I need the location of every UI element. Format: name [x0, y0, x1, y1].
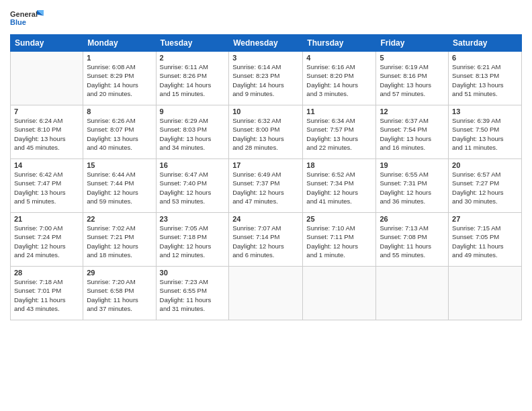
svg-text:General: General — [10, 10, 38, 18]
day-info: Sunrise: 6:32 AMSunset: 8:00 PMDaylight:… — [232, 116, 299, 152]
day-number: 25 — [306, 215, 372, 223]
day-info: Sunrise: 6:29 AMSunset: 8:03 PMDaylight:… — [160, 116, 226, 152]
day-number: 20 — [452, 161, 518, 169]
day-number: 1 — [87, 54, 152, 62]
calendar-cell — [229, 267, 303, 320]
day-info: Sunrise: 7:15 AMSunset: 7:05 PMDaylight:… — [452, 224, 518, 259]
calendar-cell: 7Sunrise: 6:24 AMSunset: 8:10 PMDaylight… — [11, 105, 83, 159]
calendar-cell: 23Sunrise: 7:05 AMSunset: 7:18 PMDayligh… — [156, 213, 229, 267]
day-info: Sunrise: 7:07 AMSunset: 7:14 PMDaylight:… — [232, 224, 299, 259]
day-info: Sunrise: 6:14 AMSunset: 8:23 PMDaylight:… — [232, 62, 299, 98]
day-number: 4 — [306, 54, 372, 62]
calendar-cell: 17Sunrise: 6:49 AMSunset: 7:37 PMDayligh… — [229, 159, 303, 213]
calendar-cell — [376, 267, 449, 320]
day-info: Sunrise: 6:49 AMSunset: 7:37 PMDaylight:… — [232, 170, 299, 205]
calendar-cell: 9Sunrise: 6:29 AMSunset: 8:03 PMDaylight… — [156, 105, 229, 159]
calendar-cell: 30Sunrise: 7:23 AMSunset: 6:55 PMDayligh… — [156, 267, 229, 320]
day-number: 29 — [87, 269, 152, 277]
calendar-cell: 12Sunrise: 6:37 AMSunset: 7:54 PMDayligh… — [376, 105, 449, 159]
calendar-cell: 2Sunrise: 6:11 AMSunset: 8:26 PMDaylight… — [156, 52, 229, 105]
day-info: Sunrise: 6:42 AMSunset: 7:47 PMDaylight:… — [14, 170, 79, 205]
day-info: Sunrise: 6:19 AMSunset: 8:16 PMDaylight:… — [380, 62, 445, 98]
week-row-4: 28Sunrise: 7:18 AMSunset: 7:01 PMDayligh… — [11, 267, 522, 320]
day-number: 2 — [160, 54, 226, 62]
calendar-cell: 20Sunrise: 6:57 AMSunset: 7:27 PMDayligh… — [449, 159, 522, 213]
day-number: 19 — [380, 161, 445, 169]
day-number: 17 — [232, 161, 299, 169]
day-info: Sunrise: 6:44 AMSunset: 7:44 PMDaylight:… — [87, 170, 152, 205]
day-number: 3 — [232, 54, 299, 62]
day-info: Sunrise: 6:39 AMSunset: 7:50 PMDaylight:… — [452, 116, 518, 152]
day-number: 6 — [452, 54, 518, 62]
day-info: Sunrise: 7:10 AMSunset: 7:11 PMDaylight:… — [306, 224, 372, 259]
day-number: 14 — [14, 161, 79, 169]
day-info: Sunrise: 6:08 AMSunset: 8:29 PMDaylight:… — [87, 62, 152, 98]
day-info: Sunrise: 6:55 AMSunset: 7:31 PMDaylight:… — [380, 170, 445, 205]
day-number: 28 — [14, 269, 79, 277]
calendar-cell: 13Sunrise: 6:39 AMSunset: 7:50 PMDayligh… — [449, 105, 522, 159]
day-info: Sunrise: 7:13 AMSunset: 7:08 PMDaylight:… — [380, 224, 445, 259]
day-info: Sunrise: 6:11 AMSunset: 8:26 PMDaylight:… — [160, 62, 226, 98]
day-info: Sunrise: 6:24 AMSunset: 8:10 PMDaylight:… — [14, 116, 79, 152]
day-number: 27 — [452, 215, 518, 223]
calendar-cell: 10Sunrise: 6:32 AMSunset: 8:00 PMDayligh… — [229, 105, 303, 159]
calendar-cell: 15Sunrise: 6:44 AMSunset: 7:44 PMDayligh… — [83, 159, 156, 213]
day-number: 18 — [306, 161, 372, 169]
weekday-header-monday: Monday — [83, 35, 156, 52]
calendar-cell: 28Sunrise: 7:18 AMSunset: 7:01 PMDayligh… — [11, 267, 83, 320]
day-info: Sunrise: 6:16 AMSunset: 8:20 PMDaylight:… — [306, 62, 372, 98]
calendar-cell: 24Sunrise: 7:07 AMSunset: 7:14 PMDayligh… — [229, 213, 303, 267]
day-number: 16 — [160, 161, 226, 169]
week-row-2: 14Sunrise: 6:42 AMSunset: 7:47 PMDayligh… — [11, 159, 522, 213]
weekday-header-thursday: Thursday — [303, 35, 376, 52]
day-number: 24 — [232, 215, 299, 223]
calendar-cell: 3Sunrise: 6:14 AMSunset: 8:23 PMDaylight… — [229, 52, 303, 105]
calendar-cell: 22Sunrise: 7:02 AMSunset: 7:21 PMDayligh… — [83, 213, 156, 267]
day-number: 10 — [232, 107, 299, 116]
calendar-cell: 27Sunrise: 7:15 AMSunset: 7:05 PMDayligh… — [449, 213, 522, 267]
day-number: 13 — [452, 107, 518, 116]
calendar-cell — [303, 267, 376, 320]
calendar-cell: 4Sunrise: 6:16 AMSunset: 8:20 PMDaylight… — [303, 52, 376, 105]
day-number: 22 — [87, 215, 152, 223]
day-info: Sunrise: 7:00 AMSunset: 7:24 PMDaylight:… — [14, 224, 79, 259]
day-info: Sunrise: 7:20 AMSunset: 6:58 PMDaylight:… — [87, 277, 152, 313]
day-number: 23 — [160, 215, 226, 223]
day-number: 12 — [380, 107, 445, 116]
day-info: Sunrise: 7:18 AMSunset: 7:01 PMDaylight:… — [14, 277, 79, 313]
week-row-1: 7Sunrise: 6:24 AMSunset: 8:10 PMDaylight… — [11, 105, 522, 159]
day-number: 15 — [87, 161, 152, 169]
calendar-cell: 8Sunrise: 6:26 AMSunset: 8:07 PMDaylight… — [83, 105, 156, 159]
weekday-header-saturday: Saturday — [449, 35, 522, 52]
day-number: 7 — [14, 107, 79, 116]
weekday-header-wednesday: Wednesday — [229, 35, 303, 52]
day-info: Sunrise: 6:47 AMSunset: 7:40 PMDaylight:… — [160, 170, 226, 205]
day-info: Sunrise: 7:02 AMSunset: 7:21 PMDaylight:… — [87, 224, 152, 259]
weekday-header-row: SundayMondayTuesdayWednesdayThursdayFrid… — [11, 35, 522, 52]
logo: GeneralBlue — [10, 7, 44, 30]
calendar-cell: 25Sunrise: 7:10 AMSunset: 7:11 PMDayligh… — [303, 213, 376, 267]
day-info: Sunrise: 7:05 AMSunset: 7:18 PMDaylight:… — [160, 224, 226, 259]
page: GeneralBlue SundayMondayTuesdayWednesday… — [0, 0, 532, 327]
calendar-cell: 14Sunrise: 6:42 AMSunset: 7:47 PMDayligh… — [11, 159, 83, 213]
calendar-cell: 6Sunrise: 6:21 AMSunset: 8:13 PMDaylight… — [449, 52, 522, 105]
calendar-cell: 1Sunrise: 6:08 AMSunset: 8:29 PMDaylight… — [83, 52, 156, 105]
week-row-3: 21Sunrise: 7:00 AMSunset: 7:24 PMDayligh… — [11, 213, 522, 267]
day-number: 26 — [380, 215, 445, 223]
day-info: Sunrise: 6:57 AMSunset: 7:27 PMDaylight:… — [452, 170, 518, 205]
calendar-table: SundayMondayTuesdayWednesdayThursdayFrid… — [10, 34, 522, 320]
weekday-header-tuesday: Tuesday — [156, 35, 229, 52]
top-area: GeneralBlue — [10, 7, 522, 32]
weekday-header-sunday: Sunday — [11, 35, 83, 52]
calendar-cell: 11Sunrise: 6:34 AMSunset: 7:57 PMDayligh… — [303, 105, 376, 159]
calendar-cell — [11, 52, 83, 105]
calendar-cell: 19Sunrise: 6:55 AMSunset: 7:31 PMDayligh… — [376, 159, 449, 213]
day-info: Sunrise: 6:34 AMSunset: 7:57 PMDaylight:… — [306, 116, 372, 152]
day-number: 5 — [380, 54, 445, 62]
svg-text:Blue: Blue — [10, 18, 26, 26]
weekday-header-friday: Friday — [376, 35, 449, 52]
calendar-cell: 5Sunrise: 6:19 AMSunset: 8:16 PMDaylight… — [376, 52, 449, 105]
day-number: 21 — [14, 215, 79, 223]
day-info: Sunrise: 6:52 AMSunset: 7:34 PMDaylight:… — [306, 170, 372, 205]
day-info: Sunrise: 6:26 AMSunset: 8:07 PMDaylight:… — [87, 116, 152, 152]
